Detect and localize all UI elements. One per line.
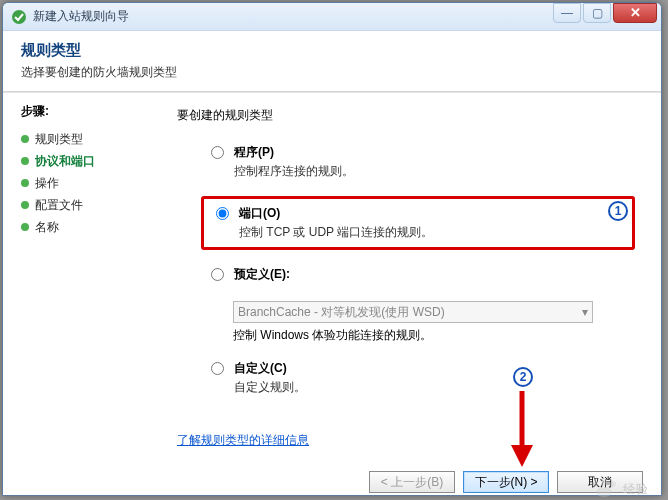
predefined-dropdown[interactable]: BranchCache - 对等机发现(使用 WSD) ▾ <box>233 301 593 323</box>
option-label: 端口(O) <box>239 205 433 222</box>
radio-custom[interactable] <box>211 362 224 375</box>
next-button[interactable]: 下一步(N) > <box>463 471 549 493</box>
radio-port[interactable] <box>216 207 229 220</box>
bullet-icon <box>21 223 29 231</box>
option-custom[interactable]: 自定义(C) 自定义规则。 <box>205 358 635 398</box>
minimize-button[interactable]: — <box>553 3 581 23</box>
option-desc: 控制 TCP 或 UDP 端口连接的规则。 <box>239 224 433 241</box>
bullet-icon <box>21 135 29 143</box>
radio-program[interactable] <box>211 146 224 159</box>
svg-text:2: 2 <box>520 370 527 384</box>
step-rule-type[interactable]: 规则类型 <box>21 128 173 150</box>
step-action[interactable]: 操作 <box>21 172 173 194</box>
svg-point-0 <box>12 10 26 24</box>
close-icon: ✕ <box>630 6 641 19</box>
option-port[interactable]: 端口(O) 控制 TCP 或 UDP 端口连接的规则。 <box>210 203 626 243</box>
bullet-icon <box>21 201 29 209</box>
option-label: 程序(P) <box>234 144 354 161</box>
annotation-badge-2: 2 <box>513 367 533 387</box>
annotation-highlight-port: 端口(O) 控制 TCP 或 UDP 端口连接的规则。 1 <box>201 196 635 250</box>
step-label: 名称 <box>35 219 59 236</box>
wizard-steps-sidebar: 步骤: 规则类型 协议和端口 操作 配置文件 名称 <box>3 93 173 500</box>
cancel-button[interactable]: 取消 <box>557 471 643 493</box>
dropdown-value: BranchCache - 对等机发现(使用 WSD) <box>238 304 445 321</box>
step-label: 规则类型 <box>35 131 83 148</box>
wizard-button-row: < 上一步(B) 下一步(N) > 取消 <box>369 471 643 493</box>
page-subtitle: 选择要创建的防火墙规则类型 <box>21 64 643 81</box>
bullet-icon <box>21 179 29 187</box>
step-label: 协议和端口 <box>35 153 95 170</box>
group-label: 要创建的规则类型 <box>177 107 635 124</box>
wizard-window: 新建入站规则向导 — ▢ ✕ 规则类型 选择要创建的防火墙规则类型 步骤: 规则… <box>2 2 662 496</box>
chevron-down-icon: ▾ <box>582 305 588 319</box>
wizard-main: 要创建的规则类型 程序(P) 控制程序连接的规则。 端口(O) 控制 TCP 或… <box>173 93 661 500</box>
annotation-badge-1: 1 <box>608 201 628 221</box>
option-program[interactable]: 程序(P) 控制程序连接的规则。 <box>205 142 635 182</box>
bullet-icon <box>21 157 29 165</box>
step-profile[interactable]: 配置文件 <box>21 194 173 216</box>
wizard-body: 步骤: 规则类型 协议和端口 操作 配置文件 名称 要创建的规则类型 程序(P)… <box>3 93 661 500</box>
option-desc: 自定义规则。 <box>234 379 306 396</box>
window-title: 新建入站规则向导 <box>33 8 553 25</box>
annotation-arrow-icon <box>507 389 537 469</box>
close-button[interactable]: ✕ <box>613 3 657 23</box>
option-predefined[interactable]: 预定义(E): <box>205 264 635 287</box>
step-name[interactable]: 名称 <box>21 216 173 238</box>
step-label: 配置文件 <box>35 197 83 214</box>
wizard-header: 规则类型 选择要创建的防火墙规则类型 <box>3 31 661 85</box>
svg-marker-6 <box>511 445 533 467</box>
option-label: 自定义(C) <box>234 360 306 377</box>
step-protocol-port[interactable]: 协议和端口 <box>21 150 173 172</box>
option-desc: 控制 Windows 体验功能连接的规则。 <box>233 327 635 344</box>
option-label: 预定义(E): <box>234 266 290 283</box>
titlebar: 新建入站规则向导 — ▢ ✕ <box>3 3 661 31</box>
learn-more-link[interactable]: 了解规则类型的详细信息 <box>177 432 309 449</box>
step-label: 操作 <box>35 175 59 192</box>
svg-text:1: 1 <box>615 204 622 218</box>
steps-heading: 步骤: <box>21 103 173 120</box>
page-title: 规则类型 <box>21 41 643 60</box>
radio-predefined[interactable] <box>211 268 224 281</box>
back-button[interactable]: < 上一步(B) <box>369 471 455 493</box>
firewall-icon <box>11 9 27 25</box>
maximize-button[interactable]: ▢ <box>583 3 611 23</box>
option-desc: 控制程序连接的规则。 <box>234 163 354 180</box>
